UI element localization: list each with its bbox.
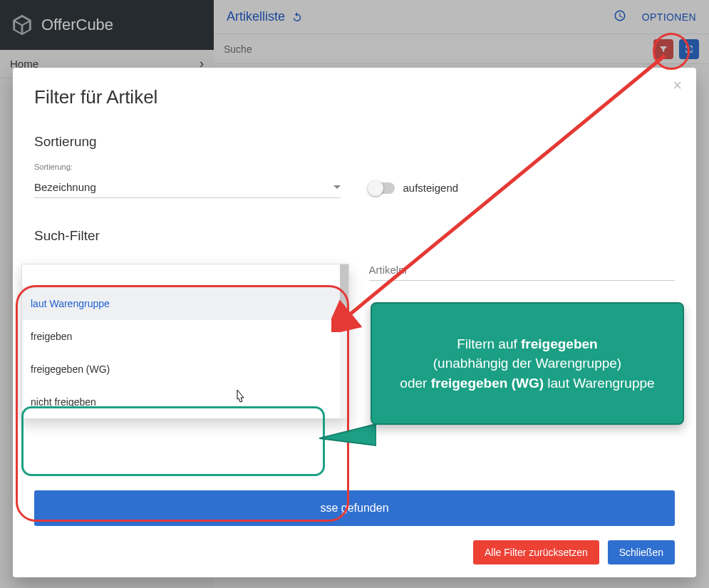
dropdown-option-freigeben[interactable]: freigeben (22, 320, 348, 353)
close-button[interactable]: Schließen (608, 540, 675, 564)
dropdown-option-laut-warengruppe[interactable]: laut Warengruppe (22, 287, 348, 320)
reset-filters-button[interactable]: Alle Filter zurücksetzen (473, 540, 599, 564)
sort-label: Sortierung: (34, 163, 341, 171)
sort-select[interactable]: Bezeichnung (34, 175, 341, 198)
section-sortierung: Sortierung (34, 134, 675, 150)
results-bar: sse gefunden (34, 490, 675, 526)
webshop-dropdown-open: laut Warengruppe freigeben freigegeben (… (21, 264, 349, 419)
dropdown-scrollbar[interactable] (340, 264, 348, 418)
caret-down-icon (333, 185, 341, 189)
modal-title: Filter für Artikel (34, 86, 675, 108)
sort-select-value: Bezeichnung (34, 181, 96, 193)
ascending-label: aufsteigend (403, 182, 459, 194)
modal-footer: Alle Filter zurücksetzen Schließen (34, 540, 675, 564)
dropdown-option-freigegeben-wg[interactable]: freigegeben (WG) (22, 353, 348, 386)
dropdown-option-nicht-freigeben[interactable]: nicht freigeben (22, 386, 348, 418)
ascending-toggle[interactable] (369, 182, 395, 194)
section-suchfilter: Such-Filter (34, 228, 675, 244)
artikelnr-input[interactable] (369, 257, 676, 281)
modal-close-button[interactable]: × (673, 78, 682, 93)
dropdown-option-blank[interactable] (22, 264, 348, 287)
